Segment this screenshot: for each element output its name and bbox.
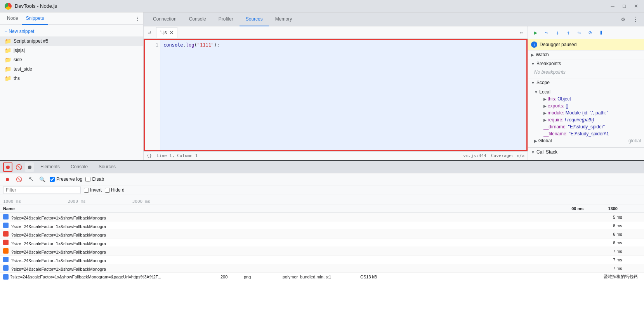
table-row[interactable]: ?size=24&scaleFactor=1x&showFallbackMono… <box>0 256 644 264</box>
hide-checkbox-label[interactable]: Hide d <box>105 187 125 193</box>
minimize-button[interactable]: ─ <box>608 2 618 10</box>
disable-cache-checkbox-label[interactable]: Disab <box>85 176 104 182</box>
title-bar: DevTools - Node.js ─ □ ✕ <box>0 0 644 12</box>
step-into-button[interactable]: ↓ <box>553 28 562 37</box>
editor-tab-1js[interactable]: 1.js ✕ <box>156 27 177 38</box>
table-row[interactable]: ?size=24&scaleFactor=1x&showFallbackMono… <box>0 264 644 273</box>
search-button[interactable]: 🔍 <box>38 175 47 183</box>
scope-item-exports: ▶ exports: {} <box>539 102 641 109</box>
hide-checkbox[interactable] <box>105 188 110 193</box>
breakpoints-header[interactable]: ▼ Breakpoints <box>528 59 644 68</box>
resume-button[interactable]: ▶ <box>531 28 540 37</box>
record-network-button[interactable]: ⏺ <box>3 162 12 172</box>
filter-toggle-button[interactable]: ⛏ <box>26 175 35 183</box>
table-row[interactable]: ?size=24&scaleFactor=1x&showFallbackMono… <box>0 273 644 281</box>
call-stack-content: ● (anonymous) 1.js:1 Module._compile int… <box>528 156 644 160</box>
step-button[interactable]: ↪ <box>575 28 584 37</box>
code-editor[interactable]: 1 console.log("1111"); <box>144 39 528 151</box>
col-waterfall: 00 ms 1300 <box>415 206 641 211</box>
record-button[interactable]: ⏺ <box>3 175 12 183</box>
tab-elements[interactable]: Elements <box>36 161 64 173</box>
bottom-panel: ⏺ 🚫 ⏺ Elements Console Sources ⏺ 🚫 ⛏ <box>0 160 644 330</box>
list-item[interactable]: 📁 ths <box>0 74 143 83</box>
global-scope-header[interactable]: ▶ Global global <box>534 137 641 144</box>
folder-icon: 📁 <box>5 75 11 81</box>
watch-section: ▶ Watch <box>528 50 644 59</box>
list-item[interactable]: 📁 test_side <box>0 64 143 74</box>
invert-checkbox-label[interactable]: Invert <box>84 187 102 193</box>
block-icon: 🚫 <box>16 176 22 182</box>
list-item[interactable]: 📁 Script snippet #5 <box>0 36 143 46</box>
tab-console[interactable]: Console <box>183 12 212 26</box>
row-time: 7 ms <box>613 266 636 271</box>
snippets-list: + New snippet 📁 Script snippet #5 📁 jsjs… <box>0 25 143 160</box>
line-numbers: 1 <box>145 40 160 150</box>
step-over-button[interactable]: ↷ <box>542 28 551 37</box>
list-item[interactable]: 📁 jsjsjsj <box>0 46 143 55</box>
call-stack-header[interactable]: ▼ Call Stack <box>528 148 644 156</box>
maximize-button[interactable]: □ <box>619 2 629 10</box>
deactivate-breakpoints-icon[interactable]: ⊘ <box>585 28 595 37</box>
table-row[interactable]: ?size=24&scaleFactor=1x&showFallbackMono… <box>0 238 644 247</box>
toggle-sidebar-icon[interactable]: ⇄ <box>145 28 154 37</box>
left-panel: Node Snippets ⋮ + New snippet 📁 Script s… <box>0 12 144 160</box>
close-button[interactable]: ✕ <box>631 2 641 10</box>
string-literal: "1111" <box>197 42 214 48</box>
breakpoints-label: Breakpoints <box>536 61 561 66</box>
code-paren-close: ); <box>214 42 219 48</box>
col-name[interactable]: Name <box>3 206 220 211</box>
more-button[interactable]: ⋮ <box>135 16 140 22</box>
tab-snippets[interactable]: Snippets <box>22 12 48 25</box>
folder-icon: 📁 <box>5 47 11 54</box>
tab-console-bottom[interactable]: Console <box>66 161 92 173</box>
tab-profiler[interactable]: Profiler <box>212 12 240 26</box>
record-icon: ⏺ <box>5 164 10 170</box>
pause-on-exceptions-button[interactable]: ⏸ <box>596 28 606 37</box>
table-row[interactable]: ?size=24&scaleFactor=1x&showFallbackMono… <box>0 247 644 256</box>
expand-icon: ▼ <box>534 90 538 94</box>
scope-item-require: ▶ require: f require(path) <box>539 116 641 123</box>
row-name: ?size=24&scaleFactor=1x&showFallbackMono… <box>3 248 220 254</box>
tab-memory[interactable]: Memory <box>269 12 298 26</box>
row-name: ?size=24&scaleFactor=1x&showFallbackMono… <box>3 265 220 271</box>
expand-editor-icon[interactable]: ⇔ <box>517 28 526 37</box>
settings-icon[interactable]: ⚙ <box>618 14 628 25</box>
table-row[interactable]: ?size=24&scaleFactor=1x&showFallbackMono… <box>0 230 644 238</box>
snippet-label: test_side <box>14 66 32 72</box>
snippet-label: Script snippet #5 <box>14 38 48 44</box>
clear-icon: 🚫 <box>16 164 22 170</box>
preserve-log-checkbox-label[interactable]: Preserve log <box>50 176 82 182</box>
tab-sources[interactable]: Sources <box>240 12 269 26</box>
right-panel-scroll[interactable]: ▶ Watch ▼ Breakpoints No breakpoints <box>528 50 644 160</box>
code-content: console.log("1111"); <box>160 40 526 150</box>
disable-cache-checkbox[interactable] <box>85 177 90 182</box>
more-options-icon[interactable]: ⋮ <box>630 14 641 25</box>
step-out-button[interactable]: ↑ <box>564 28 573 37</box>
tab-node[interactable]: Node <box>3 12 22 25</box>
folder-icon: 📁 <box>5 38 11 44</box>
table-row[interactable]: ?size=24&scaleFactor=1x&showFallbackMono… <box>0 213 644 221</box>
code-paren: ( <box>194 42 197 48</box>
filter-input[interactable] <box>3 186 81 194</box>
block-button[interactable]: 🚫 <box>15 175 23 183</box>
clear-button[interactable]: 🚫 <box>14 162 23 172</box>
scope-header[interactable]: ▼ Scope <box>528 78 644 87</box>
preserve-log-checkbox[interactable] <box>50 177 55 182</box>
local-scope-header[interactable]: ▼ Local <box>534 88 641 95</box>
table-row[interactable]: ?size=24&scaleFactor=1x&showFallbackMono… <box>0 221 644 230</box>
format-button[interactable]: {} <box>147 153 152 158</box>
scope-label: Scope <box>536 80 550 85</box>
list-item[interactable]: 📁 side <box>0 55 143 64</box>
watch-header[interactable]: ▶ Watch <box>528 50 644 59</box>
row-waterfall-label: 爱吃辣椒的钙包钙 <box>391 274 641 280</box>
type-icon <box>3 248 9 254</box>
local-scope-items: ▶ this: Object ▶ exports: {} ▶ module: M… <box>534 95 641 137</box>
stop-button[interactable]: ⏺ <box>25 162 34 172</box>
row-name: ?size=24&scaleFactor=1x&showFallbackMono… <box>3 214 220 220</box>
new-snippet-button[interactable]: + New snippet <box>0 26 143 36</box>
tab-sources-bottom[interactable]: Sources <box>94 161 120 173</box>
tab-connection[interactable]: Connection <box>147 12 183 26</box>
search-icon: 🔍 <box>39 176 45 182</box>
close-tab-icon[interactable]: ✕ <box>169 29 174 36</box>
invert-checkbox[interactable] <box>84 188 89 193</box>
